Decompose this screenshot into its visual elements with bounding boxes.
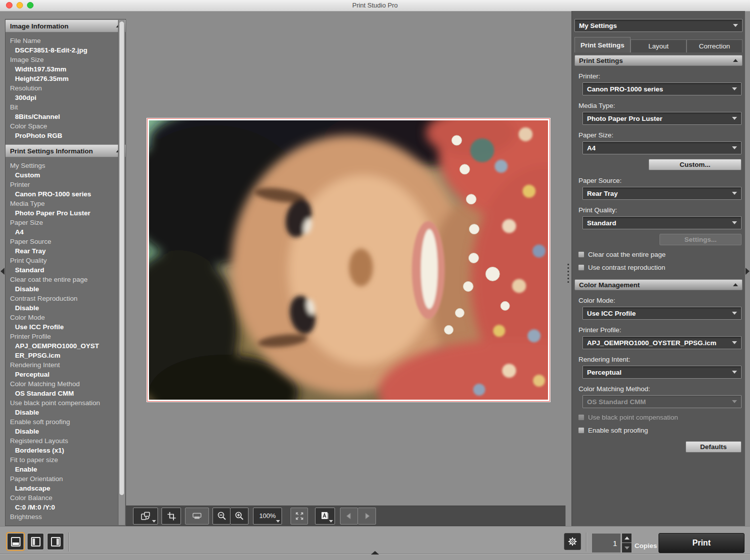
info-value: Width197.53mm [10, 64, 102, 74]
info-label: Resolution [10, 83, 102, 93]
color-matching-label: Color Matching Method: [578, 385, 745, 393]
info-value: 300dpi [10, 93, 102, 102]
rotate-page-button[interactable] [133, 508, 158, 525]
custom-button[interactable]: Custom... [648, 159, 742, 170]
tab-layout[interactable]: Layout [630, 39, 686, 52]
zoom-in-button[interactable] [230, 508, 248, 525]
soft-proofing-checkbox[interactable] [578, 427, 584, 434]
info-value: Borderless (x1) [10, 446, 102, 455]
collapse-up-icon [733, 59, 738, 62]
view-thumbnails-right-button[interactable] [47, 533, 64, 550]
copies-decrement-button[interactable] [622, 543, 632, 553]
image-info-title: Image Information [10, 22, 68, 30]
zoom-out-button[interactable] [212, 508, 230, 525]
sidebar-scrollbar[interactable] [118, 20, 125, 525]
fit-to-window-button[interactable] [290, 508, 308, 525]
copies-increment-button[interactable] [622, 533, 632, 543]
info-label: Use black point compensation [10, 398, 102, 408]
media-type-dropdown[interactable]: Photo Paper Pro Luster [582, 112, 742, 125]
print-settings-section-header[interactable]: Print Settings [574, 55, 742, 66]
crop-button[interactable] [162, 508, 181, 525]
info-label: Enable soft proofing [10, 417, 102, 427]
info-label: File Name [10, 36, 102, 45]
color-matching-dropdown[interactable]: OS Standard CMM [582, 395, 742, 408]
paper-source-dropdown[interactable]: Rear Tray [582, 187, 742, 200]
clear-coat-checkbox-row[interactable]: Clear coat the entire page [578, 251, 745, 258]
info-value: ProPhoto RGB [10, 131, 102, 140]
print-quality-value: Standard [583, 219, 616, 227]
right-panel-drag-handle[interactable] [568, 264, 569, 283]
tab-print-settings[interactable]: Print Settings [574, 37, 630, 52]
info-value: Custom [10, 170, 102, 180]
info-value: APJ_OEMPRO1000_OYSTER_PPSG.icm [10, 341, 102, 360]
drag-dot [568, 264, 569, 265]
settings-button[interactable]: Settings... [660, 234, 742, 245]
info-label: Printer [10, 180, 102, 189]
rendering-intent-value: Perceptual [583, 369, 622, 376]
borderless-print-button[interactable] [185, 508, 209, 525]
next-arrow-icon [363, 512, 371, 520]
rotate-page-icon [140, 511, 151, 521]
paper-preview[interactable] [146, 118, 550, 402]
printer-profile-value: APJ_OEMPRO1000_OYSTER_PPSG.icm [583, 339, 716, 347]
settings-tabs: Print Settings Layout Correction [574, 37, 742, 52]
clear-coat-label: Clear coat the entire page [588, 251, 666, 258]
paper-size-dropdown[interactable]: A4 [582, 141, 742, 154]
print-quality-dropdown[interactable]: Standard [582, 216, 742, 229]
contrast-checkbox-row[interactable]: Use contrast reproduction [578, 264, 745, 271]
info-value: Disable [10, 303, 102, 313]
section-title: Color Management [579, 281, 640, 289]
left-panel-collapse-handle[interactable] [0, 268, 4, 275]
contrast-checkbox[interactable] [578, 264, 584, 271]
text-tool-icon [320, 511, 330, 521]
clear-coat-checkbox[interactable] [578, 251, 584, 258]
dropdown-down-icon [732, 87, 737, 90]
info-label: Image Size [10, 55, 102, 64]
dropdown-down-icon [732, 221, 737, 224]
info-value: Disable [10, 427, 102, 436]
image-info-header[interactable]: Image Information [6, 19, 126, 32]
drag-dot [568, 274, 569, 276]
down-arrow-icon [624, 547, 630, 550]
info-label: Fit to paper size [10, 455, 102, 465]
dropdown-corner-icon [329, 520, 333, 523]
bottom-bar-divider [68, 533, 70, 552]
previous-page-button[interactable] [340, 508, 358, 525]
info-label: Paper Source [10, 237, 102, 246]
printer-profile-dropdown[interactable]: APJ_OEMPRO1000_OYSTER_PPSG.icm [582, 336, 742, 349]
view-mode-buttons [7, 533, 64, 550]
printer-dropdown[interactable]: Canon PRO-1000 series [582, 82, 742, 95]
preferences-button[interactable] [564, 533, 581, 550]
my-settings-dropdown[interactable]: My Settings [574, 19, 742, 32]
copies-input[interactable]: 1 [592, 533, 621, 553]
defaults-button[interactable]: Defaults [686, 441, 742, 453]
zoom-level-dropdown[interactable]: 100% [253, 508, 282, 525]
paper-size-value: A4 [583, 144, 596, 152]
print-info-header[interactable]: Print Settings Information [6, 144, 126, 157]
photo-preview[interactable] [149, 120, 548, 400]
black-point-checkbox[interactable] [578, 414, 584, 421]
dropdown-down-icon [732, 312, 737, 315]
tab-correction[interactable]: Correction [686, 39, 742, 52]
print-button[interactable]: Print [658, 533, 744, 553]
color-matching-value: OS Standard CMM [583, 398, 646, 406]
drag-dot [568, 271, 569, 272]
view-thumbnails-left-button[interactable] [27, 533, 44, 550]
bottom-panel-expand-handle[interactable] [371, 551, 379, 555]
rendering-intent-dropdown[interactable]: Perceptual [582, 366, 742, 379]
right-panel-collapse-handle[interactable] [746, 268, 750, 275]
view-thumbnails-bottom-button[interactable] [7, 533, 24, 550]
color-management-section-header[interactable]: Color Management [574, 279, 742, 290]
dropdown-corner-icon [276, 520, 280, 523]
printer-profile-label: Printer Profile: [578, 326, 745, 334]
text-tool-button[interactable] [315, 508, 335, 525]
color-mode-dropdown[interactable]: Use ICC Profile [582, 307, 742, 320]
prev-arrow-icon [345, 512, 353, 520]
settings-panel: My Settings Print Settings Layout Correc… [572, 11, 745, 526]
bottom-bar-divider [586, 533, 587, 552]
black-point-checkbox-row[interactable]: Use black point compensation [578, 414, 745, 421]
next-page-button[interactable] [358, 508, 376, 525]
sidebar-scrollbar-thumb[interactable] [119, 21, 124, 496]
info-label: Color Space [10, 121, 102, 131]
soft-proofing-checkbox-row[interactable]: Enable soft proofing [578, 427, 745, 434]
